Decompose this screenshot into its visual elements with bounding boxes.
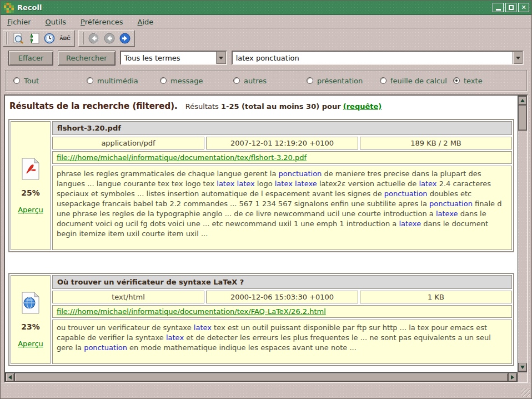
result-1-details: flshort-3.20.pdf application/pdf 2007-12… [52, 121, 512, 250]
result-url-link[interactable]: file:///home/michael/informatique/docume… [57, 153, 307, 162]
result-url-row: file:///home/michael/informatique/docume… [52, 305, 512, 318]
toolbar-handle[interactable] [6, 32, 8, 44]
advanced-search-button[interactable] [11, 32, 26, 45]
result-url-row: file:///home/michael/informatique/docume… [52, 151, 512, 164]
close-icon: ✕ [521, 4, 526, 11]
result-size: 1 KB [360, 291, 512, 303]
query-history-dropdown-button[interactable] [513, 52, 523, 64]
radio-icon [13, 77, 20, 84]
result-item-2: 23% Aperçu Où trouver un vérificateur de… [8, 273, 514, 366]
vertical-scrollbar-thumb[interactable] [518, 105, 527, 131]
pdf-file-icon [20, 158, 41, 180]
search-mode-value: Tous les termes [121, 54, 216, 62]
term-explorer-button[interactable]: ÂBĈ [58, 32, 72, 45]
toolbar-group-navigation [78, 30, 135, 47]
result-2-side-panel: 23% Aperçu [11, 275, 51, 364]
filter-radio-presentation[interactable]: présentation [307, 77, 380, 85]
history-clock-icon [43, 32, 56, 44]
status-bar [1, 383, 531, 398]
preview-link[interactable]: Aperçu [18, 206, 43, 214]
filter-radio-message[interactable]: message [160, 77, 233, 85]
result-mime-type: application/pdf [52, 137, 204, 149]
result-date: 2007-12-01 12:19:20 +0100 [206, 137, 358, 149]
result-snippet: ou trouver un verificateur de syntaxe la… [52, 320, 512, 364]
query-combo [232, 51, 524, 65]
history-button[interactable] [42, 32, 57, 45]
search-button[interactable]: Rechercher [58, 51, 116, 66]
result-2-details: Où trouver un vérificateur de syntaxe La… [52, 275, 512, 364]
results-heading: Résultats de la recherche (filtered). Ré… [6, 97, 515, 112]
radio-icon [87, 77, 93, 84]
radio-icon [160, 77, 167, 84]
minimize-button[interactable] [493, 3, 504, 12]
recoll-window: Recoll ✕ Fichier Outils Préférences Aide [0, 0, 532, 399]
scroll-left-button[interactable] [6, 373, 14, 382]
horizontal-scrollbar[interactable] [5, 372, 518, 382]
menu-fichier[interactable]: Fichier [7, 18, 31, 26]
result-mime-type: text/html [52, 291, 204, 303]
filter-radio-multimedia[interactable]: multimédia [87, 77, 160, 85]
result-url-link[interactable]: file:///home/michael/informatique/docume… [57, 307, 326, 316]
result-title: flshort-3.20.pdf [52, 121, 512, 135]
chevron-down-icon [219, 57, 223, 59]
toolbar-handle[interactable] [81, 32, 84, 44]
clear-button[interactable]: Effacer [8, 51, 53, 66]
results-viewport: Résultats de la recherche (filtered). Ré… [5, 96, 518, 372]
menu-bar: Fichier Outils Préférences Aide [1, 15, 531, 29]
search-mode-dropdown-button[interactable] [216, 52, 226, 64]
previous-page-button[interactable] [102, 32, 117, 45]
radio-icon [380, 77, 387, 84]
title-bar[interactable]: Recoll ✕ [1, 1, 531, 15]
first-page-icon [88, 32, 100, 44]
search-query-input[interactable] [233, 54, 513, 62]
filter-radio-tout[interactable]: Tout [13, 77, 87, 85]
result-1-side-panel: 25% Aperçu [11, 121, 51, 250]
scroll-right-button[interactable] [508, 373, 517, 382]
close-button[interactable]: ✕ [518, 3, 529, 12]
results-frame: Résultats de la recherche (filtered). Ré… [4, 94, 528, 383]
menu-preferences[interactable]: Préférences [81, 18, 123, 26]
first-page-button[interactable] [87, 32, 101, 45]
advanced-search-icon [12, 32, 24, 44]
vertical-scrollbar-track[interactable] [518, 131, 527, 363]
category-filter-group: Tout multimédia message autres présentat… [5, 70, 527, 91]
sort-parameters-icon [28, 32, 40, 44]
maximize-button[interactable] [505, 3, 516, 12]
menu-aide[interactable]: Aide [138, 18, 154, 26]
arrow-right-icon [511, 375, 514, 380]
result-snippet: phrase les regles grammaticales de chaqu… [52, 166, 512, 250]
toolbar: ÂBĈ [1, 29, 531, 47]
arrow-down-icon [520, 366, 525, 369]
relevance-percent: 23% [21, 322, 40, 331]
next-page-button[interactable] [118, 32, 132, 45]
recoll-app-icon [4, 3, 14, 13]
search-controls: Effacer Rechercher Tous les termes [1, 47, 531, 68]
scroll-down-button[interactable] [518, 363, 527, 372]
window-title: Recoll [17, 3, 491, 12]
menu-outils[interactable]: Outils [46, 18, 67, 26]
results-title: Résultats de la recherche (filtered). [9, 101, 178, 111]
previous-page-icon [103, 32, 116, 44]
minimize-icon [496, 9, 501, 11]
result-title: Où trouver un vérificateur de syntaxe La… [52, 275, 512, 289]
search-mode-select[interactable]: Tous les termes [120, 51, 227, 65]
query-details-link[interactable]: (requête) [343, 102, 382, 111]
radio-icon [453, 77, 460, 84]
sort-parameters-button[interactable] [27, 32, 41, 45]
filter-radio-feuille-de-calcul[interactable]: feuille de calcul [380, 77, 453, 85]
scrollbar-corner [518, 372, 527, 382]
radio-icon [307, 77, 313, 84]
html-file-icon [20, 292, 41, 314]
resize-grip[interactable] [521, 388, 530, 397]
filter-radio-texte[interactable]: texte [453, 77, 483, 85]
preview-link[interactable]: Aperçu [18, 340, 43, 348]
vertical-scrollbar[interactable] [518, 96, 527, 372]
chevron-down-icon [516, 57, 520, 59]
relevance-percent: 25% [21, 188, 40, 197]
horizontal-scrollbar-thumb[interactable] [14, 373, 508, 382]
arrow-left-icon [8, 375, 12, 380]
filter-radio-autres[interactable]: autres [233, 77, 307, 85]
scroll-up-button[interactable] [518, 96, 527, 105]
results-count-range: 1-25 (total au moins 30) pour [221, 102, 341, 111]
result-meta-row: text/html 2000-12-06 15:03:30 +0100 1 KB [52, 291, 512, 303]
